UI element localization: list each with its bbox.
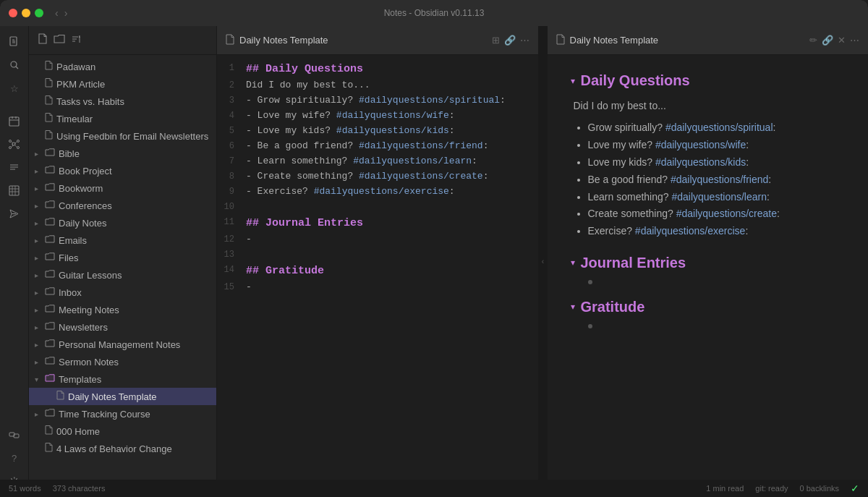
code-line: 9- Exercise? #dailyquestions/exercise: xyxy=(217,184,538,200)
line-content: - xyxy=(246,280,538,295)
new-file-icon[interactable] xyxy=(38,33,48,47)
files-icon[interactable] xyxy=(4,32,25,52)
right-arrow-icon: ▸ xyxy=(35,271,45,279)
preview-section: ▾Journal Entries xyxy=(571,255,846,284)
sidebar-item-conferences[interactable]: ▸ Conferences xyxy=(29,197,216,214)
sidebar-item-time-tracking-course[interactable]: ▸ Time Tracking Course xyxy=(29,405,216,422)
sidebar-item-sermon-notes[interactable]: ▸ Sermon Notes xyxy=(29,353,216,370)
preview-heading: Journal Entries xyxy=(581,255,686,271)
star-icon[interactable]: ☆ xyxy=(4,78,25,98)
sidebar-item-4-laws-of-behavior-change[interactable]: 4 Laws of Behavior Change xyxy=(29,440,216,457)
statusbar: 51 words 373 characters 1 min read git: … xyxy=(0,480,868,497)
empty-bullet xyxy=(588,280,592,284)
preview-section-header[interactable]: ▾Gratitude xyxy=(571,299,846,315)
graph-icon[interactable] xyxy=(4,134,25,154)
tag-link[interactable]: #dailyquestions/create xyxy=(676,208,777,219)
sidebar-item-pkm-article[interactable]: PKM Article xyxy=(29,75,216,93)
tag-link[interactable]: #dailyquestions/exercise xyxy=(635,225,746,237)
help-icon[interactable]: ? xyxy=(4,448,25,468)
preview-section: ▾Daily QuestionsDid I do my best to...Gr… xyxy=(571,72,846,240)
new-folder-icon[interactable] xyxy=(54,34,65,46)
line-content: - Be a good friend? #dailyquestions/frie… xyxy=(246,139,538,154)
preview-pane-actions: ✏ 🔗 ✕ ⋯ xyxy=(809,35,859,46)
preview-list-item: Grow spiritually? #dailyquestions/spirit… xyxy=(588,119,846,137)
right-arrow-icon: ▸ xyxy=(35,341,45,349)
tag-link[interactable]: #dailyquestions/wife xyxy=(655,139,746,150)
preview-section-header[interactable]: ▾Daily Questions xyxy=(571,72,846,89)
heading-text: ## Journal Entries xyxy=(246,217,363,229)
svg-line-17 xyxy=(12,145,14,148)
sidebar-item-bible[interactable]: ▸ Bible xyxy=(29,145,216,162)
sidebar-item-files[interactable]: ▸ Files xyxy=(29,249,216,266)
line-content: ## Gratitude xyxy=(246,263,538,280)
item-text: Love my kids? xyxy=(588,156,655,168)
sidebar-item-inbox[interactable]: ▸ Inbox xyxy=(29,284,216,301)
more-icon[interactable]: ⋯ xyxy=(520,35,529,46)
preview-file-icon xyxy=(556,34,566,47)
sidebar-item-book-project[interactable]: ▸ Book Project xyxy=(29,162,216,179)
calendar-icon[interactable] xyxy=(4,111,25,131)
svg-rect-22 xyxy=(9,186,19,195)
sidebar-item-meeting-notes[interactable]: ▸ Meeting Notes xyxy=(29,301,216,318)
minimize-button[interactable] xyxy=(22,9,30,17)
preview-list-item: Love my kids? #dailyquestions/kids: xyxy=(588,154,846,171)
preview-more-icon[interactable]: ⋯ xyxy=(850,35,859,46)
sidebar-item-guitar-lessons[interactable]: ▸ Guitar Lessons xyxy=(29,266,216,284)
maximize-button[interactable] xyxy=(35,9,43,17)
right-arrow-icon: ▸ xyxy=(35,254,45,262)
sidebar-item-emails[interactable]: ▸ Emails xyxy=(29,231,216,249)
tag-link[interactable]: #dailyquestions/friend xyxy=(671,174,768,185)
line-number: 2 xyxy=(217,78,246,93)
preview-link-icon[interactable]: 🔗 xyxy=(822,35,833,46)
sidebar-item-daily-notes[interactable]: ▸ Daily Notes xyxy=(29,214,216,231)
close-button[interactable] xyxy=(9,9,17,17)
tag-link[interactable]: #dailyquestions/kids xyxy=(655,156,746,168)
line-content: ## Journal Entries xyxy=(246,215,538,232)
item-text: Grow spiritually? xyxy=(588,122,665,133)
preview-list-item: Be a good friend? #dailyquestions/friend… xyxy=(588,171,846,189)
line-number: 12 xyxy=(217,232,246,247)
sidebar-item-bookworm[interactable]: ▸ Bookworm xyxy=(29,179,216,197)
code-editor[interactable]: 1## Daily Questions2Did I do my best to.… xyxy=(217,55,538,497)
svg-line-18 xyxy=(15,145,17,148)
sidebar-item-using-feedbin-for-email-newsletters[interactable]: Using Feedbin for Email Newsletters xyxy=(29,127,216,145)
item-text: Learn something? xyxy=(588,191,672,203)
icon-bar: ☆ xyxy=(0,26,29,497)
send-icon[interactable] xyxy=(4,203,25,224)
sidebar-item-personal-management-notes[interactable]: ▸ Personal Management Notes xyxy=(29,336,216,353)
line-number: 1 xyxy=(217,61,246,78)
preview-section-header[interactable]: ▾Journal Entries xyxy=(571,255,846,271)
source-editor-pane: Daily Notes Template ⊞ 🔗 ⋯ 1## Daily Que… xyxy=(217,26,539,497)
preview-close-icon[interactable]: ✕ xyxy=(838,35,846,46)
preview-heading: Daily Questions xyxy=(581,72,690,89)
sort-icon[interactable] xyxy=(71,34,81,46)
app-title: Notes - Obsidian v0.11.13 xyxy=(384,8,485,18)
line-content: - Love my wife? #dailyquestions/wife: xyxy=(246,109,538,124)
sidebar-item-padawan[interactable]: Padawan xyxy=(29,58,216,75)
forward-icon[interactable]: › xyxy=(64,7,68,19)
sidebar-item-daily-notes-template[interactable]: Daily Notes Template xyxy=(29,388,216,405)
sidebar-item-newsletters[interactable]: ▸ Newsletters xyxy=(29,318,216,336)
expand-icon[interactable]: ⊞ xyxy=(492,35,500,46)
code-line: 8- Create something? #dailyquestions/cre… xyxy=(217,169,538,184)
editor-area: Daily Notes Template ⊞ 🔗 ⋯ 1## Daily Que… xyxy=(217,26,868,497)
edit-icon[interactable]: ✏ xyxy=(809,35,817,46)
tag-link[interactable]: #dailyquestions/spiritual xyxy=(665,122,773,133)
table-icon[interactable] xyxy=(4,180,25,200)
sidebar-item-tasks-vs.-habits[interactable]: Tasks vs. Habits xyxy=(29,93,216,110)
read-time: 1 min read xyxy=(706,484,744,493)
backlinks-icon[interactable] xyxy=(4,425,25,445)
list-icon[interactable] xyxy=(4,157,25,177)
preview-list-item: Love my wife? #dailyquestions/wife: xyxy=(588,137,846,154)
search-icon[interactable] xyxy=(4,55,25,75)
right-arrow-icon: ▸ xyxy=(35,202,45,210)
sidebar-item-templates[interactable]: ▾ Templates xyxy=(29,370,216,388)
back-icon[interactable]: ‹ xyxy=(55,7,59,19)
sidebar-item-000-home[interactable]: 000 Home xyxy=(29,422,216,440)
code-line: 2Did I do my best to... xyxy=(217,78,538,93)
tag-link[interactable]: #dailyquestions/learn xyxy=(671,191,767,203)
down-arrow-icon: ▾ xyxy=(35,375,45,383)
collapse-handle[interactable]: ‹ xyxy=(539,26,548,497)
link-icon[interactable]: 🔗 xyxy=(504,35,516,46)
sidebar-item-timeular[interactable]: Timeular xyxy=(29,110,216,127)
